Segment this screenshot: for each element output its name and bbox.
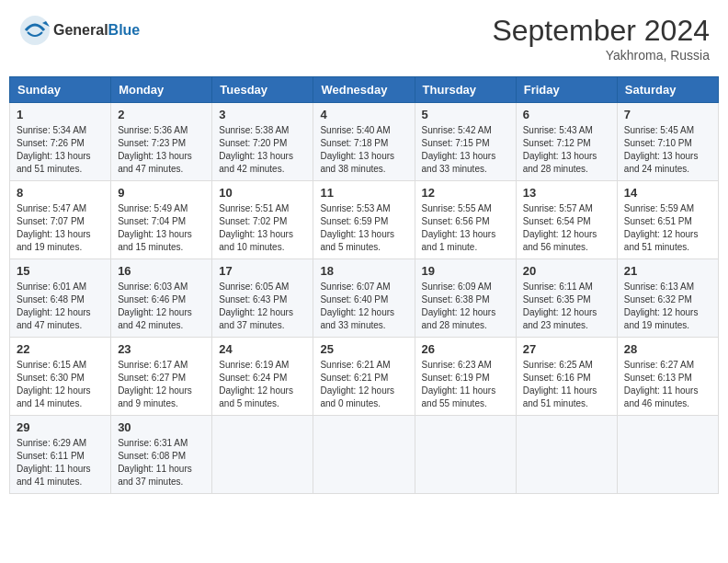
calendar-cell: 20 Sunrise: 6:11 AM Sunset: 6:35 PM Dayl… <box>516 259 617 338</box>
calendar-cell: 16 Sunrise: 6:03 AM Sunset: 6:46 PM Dayl… <box>111 259 212 338</box>
page-header: GeneralBlue September 2024 Yakhroma, Rus… <box>9 9 719 67</box>
cell-content: Sunrise: 6:21 AM Sunset: 6:21 PM Dayligh… <box>320 359 407 410</box>
day-number: 22 <box>17 342 104 356</box>
calendar-cell: 12 Sunrise: 5:55 AM Sunset: 6:56 PM Dayl… <box>415 181 516 259</box>
calendar-cell <box>313 416 415 494</box>
day-number: 25 <box>320 342 407 356</box>
calendar-cell: 22 Sunrise: 6:15 AM Sunset: 6:30 PM Dayl… <box>10 338 111 416</box>
month-title: September 2024 <box>492 14 710 48</box>
cell-content: Sunrise: 5:47 AM Sunset: 7:07 PM Dayligh… <box>17 202 104 254</box>
calendar-week-row: 29 Sunrise: 6:29 AM Sunset: 6:11 PM Dayl… <box>10 416 719 494</box>
cell-content: Sunrise: 6:11 AM Sunset: 6:35 PM Dayligh… <box>523 281 610 332</box>
calendar-cell: 5 Sunrise: 5:42 AM Sunset: 7:15 PM Dayli… <box>415 103 516 181</box>
calendar-cell <box>212 416 313 494</box>
day-number: 1 <box>17 108 104 121</box>
day-number: 6 <box>523 108 610 121</box>
calendar-cell: 8 Sunrise: 5:47 AM Sunset: 7:07 PM Dayli… <box>10 181 111 259</box>
day-number: 27 <box>523 342 610 356</box>
day-number: 29 <box>17 420 104 434</box>
cell-content: Sunrise: 5:36 AM Sunset: 7:23 PM Dayligh… <box>118 124 205 176</box>
cell-content: Sunrise: 5:59 AM Sunset: 6:51 PM Dayligh… <box>624 202 711 254</box>
calendar-cell: 10 Sunrise: 5:51 AM Sunset: 7:02 PM Dayl… <box>212 181 313 259</box>
calendar-cell: 23 Sunrise: 6:17 AM Sunset: 6:27 PM Dayl… <box>111 338 212 416</box>
calendar-cell: 1 Sunrise: 5:34 AM Sunset: 7:26 PM Dayli… <box>10 103 111 181</box>
calendar-week-row: 22 Sunrise: 6:15 AM Sunset: 6:30 PM Dayl… <box>10 338 719 416</box>
cell-content: Sunrise: 6:05 AM Sunset: 6:43 PM Dayligh… <box>219 281 306 332</box>
calendar-table: SundayMondayTuesdayWednesdayThursdayFrid… <box>9 76 719 494</box>
weekday-header-thursday: Thursday <box>415 77 516 103</box>
calendar-cell: 19 Sunrise: 6:09 AM Sunset: 6:38 PM Dayl… <box>415 259 516 338</box>
cell-content: Sunrise: 5:49 AM Sunset: 7:04 PM Dayligh… <box>118 202 205 254</box>
weekday-header-sunday: Sunday <box>10 77 111 103</box>
calendar-cell: 27 Sunrise: 6:25 AM Sunset: 6:16 PM Dayl… <box>516 338 617 416</box>
calendar-cell: 26 Sunrise: 6:23 AM Sunset: 6:19 PM Dayl… <box>415 338 516 416</box>
calendar-cell: 11 Sunrise: 5:53 AM Sunset: 6:59 PM Dayl… <box>313 181 415 259</box>
cell-content: Sunrise: 5:40 AM Sunset: 7:18 PM Dayligh… <box>320 124 407 176</box>
calendar-cell <box>617 416 718 494</box>
cell-content: Sunrise: 6:25 AM Sunset: 6:16 PM Dayligh… <box>523 359 610 410</box>
cell-content: Sunrise: 6:03 AM Sunset: 6:46 PM Dayligh… <box>118 281 205 332</box>
day-number: 24 <box>219 342 306 356</box>
calendar-cell: 24 Sunrise: 6:19 AM Sunset: 6:24 PM Dayl… <box>212 338 313 416</box>
logo-icon <box>18 14 51 47</box>
day-number: 28 <box>624 342 711 356</box>
day-number: 20 <box>523 264 610 278</box>
weekday-header-tuesday: Tuesday <box>212 77 313 103</box>
day-number: 5 <box>422 108 509 121</box>
day-number: 2 <box>118 108 205 121</box>
weekday-header-wednesday: Wednesday <box>313 77 415 103</box>
day-number: 15 <box>17 264 104 278</box>
cell-content: Sunrise: 6:07 AM Sunset: 6:40 PM Dayligh… <box>320 281 407 332</box>
cell-content: Sunrise: 6:27 AM Sunset: 6:13 PM Dayligh… <box>624 359 711 410</box>
logo: GeneralBlue <box>18 14 140 47</box>
calendar-week-row: 1 Sunrise: 5:34 AM Sunset: 7:26 PM Dayli… <box>10 103 719 181</box>
day-number: 17 <box>219 264 306 278</box>
cell-content: Sunrise: 5:53 AM Sunset: 6:59 PM Dayligh… <box>320 202 407 254</box>
day-number: 9 <box>118 186 205 200</box>
calendar-cell: 28 Sunrise: 6:27 AM Sunset: 6:13 PM Dayl… <box>617 338 718 416</box>
cell-content: Sunrise: 5:55 AM Sunset: 6:56 PM Dayligh… <box>422 202 509 254</box>
cell-content: Sunrise: 5:51 AM Sunset: 7:02 PM Dayligh… <box>219 202 306 254</box>
day-number: 21 <box>624 264 711 278</box>
cell-content: Sunrise: 6:13 AM Sunset: 6:32 PM Dayligh… <box>624 281 711 332</box>
day-number: 7 <box>624 108 711 121</box>
day-number: 4 <box>320 108 407 121</box>
day-number: 23 <box>118 342 205 356</box>
day-number: 30 <box>118 420 205 434</box>
calendar-cell: 17 Sunrise: 6:05 AM Sunset: 6:43 PM Dayl… <box>212 259 313 338</box>
cell-content: Sunrise: 6:23 AM Sunset: 6:19 PM Dayligh… <box>422 359 509 410</box>
day-number: 10 <box>219 186 306 200</box>
calendar-header-row: SundayMondayTuesdayWednesdayThursdayFrid… <box>10 77 719 103</box>
calendar-cell: 7 Sunrise: 5:45 AM Sunset: 7:10 PM Dayli… <box>617 103 718 181</box>
cell-content: Sunrise: 6:29 AM Sunset: 6:11 PM Dayligh… <box>17 437 104 488</box>
day-number: 13 <box>523 186 610 200</box>
cell-content: Sunrise: 6:15 AM Sunset: 6:30 PM Dayligh… <box>17 359 104 410</box>
weekday-header-monday: Monday <box>111 77 212 103</box>
day-number: 26 <box>422 342 509 356</box>
calendar-cell: 9 Sunrise: 5:49 AM Sunset: 7:04 PM Dayli… <box>111 181 212 259</box>
cell-content: Sunrise: 6:19 AM Sunset: 6:24 PM Dayligh… <box>219 359 306 410</box>
svg-point-0 <box>20 16 50 45</box>
cell-content: Sunrise: 5:42 AM Sunset: 7:15 PM Dayligh… <box>422 124 509 176</box>
day-number: 12 <box>422 186 509 200</box>
location: Yakhroma, Russia <box>492 48 710 63</box>
cell-content: Sunrise: 5:38 AM Sunset: 7:20 PM Dayligh… <box>219 124 306 176</box>
day-number: 11 <box>320 186 407 200</box>
cell-content: Sunrise: 5:57 AM Sunset: 6:54 PM Dayligh… <box>523 202 610 254</box>
calendar-week-row: 15 Sunrise: 6:01 AM Sunset: 6:48 PM Dayl… <box>10 259 719 338</box>
weekday-header-saturday: Saturday <box>617 77 718 103</box>
calendar-cell <box>516 416 617 494</box>
calendar-cell: 4 Sunrise: 5:40 AM Sunset: 7:18 PM Dayli… <box>313 103 415 181</box>
cell-content: Sunrise: 6:01 AM Sunset: 6:48 PM Dayligh… <box>17 281 104 332</box>
calendar-cell: 13 Sunrise: 5:57 AM Sunset: 6:54 PM Dayl… <box>516 181 617 259</box>
day-number: 16 <box>118 264 205 278</box>
calendar-cell: 29 Sunrise: 6:29 AM Sunset: 6:11 PM Dayl… <box>10 416 111 494</box>
calendar-cell: 6 Sunrise: 5:43 AM Sunset: 7:12 PM Dayli… <box>516 103 617 181</box>
calendar-week-row: 8 Sunrise: 5:47 AM Sunset: 7:07 PM Dayli… <box>10 181 719 259</box>
day-number: 19 <box>422 264 509 278</box>
cell-content: Sunrise: 5:45 AM Sunset: 7:10 PM Dayligh… <box>624 124 711 176</box>
day-number: 8 <box>17 186 104 200</box>
logo-general: General <box>53 22 108 38</box>
title-block: September 2024 Yakhroma, Russia <box>492 14 710 63</box>
cell-content: Sunrise: 5:34 AM Sunset: 7:26 PM Dayligh… <box>17 124 104 176</box>
